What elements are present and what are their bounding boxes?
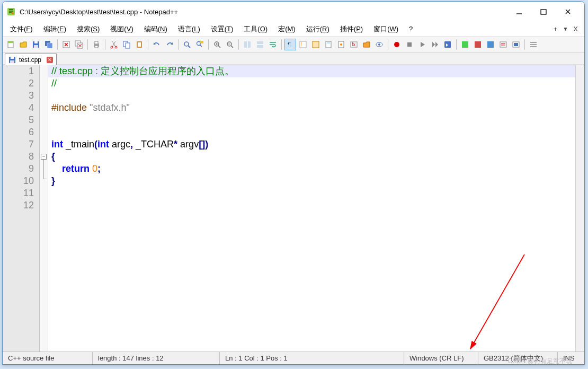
minimize-icon — [516, 8, 522, 15]
doc-list-button[interactable] — [335, 39, 347, 50]
tb-extra-2[interactable] — [472, 39, 484, 50]
code-token: "stdafx.h" — [90, 102, 130, 113]
copy-button[interactable] — [121, 39, 132, 50]
menu-window[interactable]: 窗口(W) — [369, 23, 403, 35]
tab-label: test.cpp — [19, 56, 41, 64]
sync-h-button[interactable] — [254, 39, 266, 50]
svg-rect-34 — [257, 45, 263, 48]
close-button[interactable] — [556, 4, 580, 20]
wrap-button[interactable] — [267, 39, 279, 50]
svg-rect-0 — [7, 8, 15, 15]
cut-button[interactable] — [108, 39, 120, 50]
svg-rect-16 — [95, 46, 98, 48]
print-button[interactable] — [91, 39, 102, 50]
status-position: Ln : 1 Col : 1 Pos : 1 — [220, 352, 404, 364]
status-language[interactable]: C++ source file — [3, 352, 93, 364]
line-number: 10 — [3, 175, 34, 187]
menu-file[interactable]: 文件(F) — [6, 23, 37, 35]
menu-encoding[interactable]: 编码(N) — [140, 23, 172, 35]
doc-map-button[interactable] — [323, 39, 334, 50]
menu-settings[interactable]: 设置(T) — [207, 23, 238, 35]
menu-search[interactable]: 搜索(S) — [73, 23, 104, 35]
svg-rect-56 — [11, 57, 14, 59]
menu-view[interactable]: 视图(V) — [106, 23, 137, 35]
menu-help[interactable]: ? — [405, 24, 417, 34]
svg-rect-26 — [200, 41, 203, 43]
monitor-button[interactable] — [373, 39, 385, 50]
line-number: 12 — [3, 199, 34, 212]
fold-toggle-icon[interactable]: − — [41, 154, 47, 160]
show-all-chars-button[interactable]: ¶ — [284, 39, 296, 50]
tb-extra-3[interactable] — [485, 39, 496, 50]
save-state-icon — [8, 56, 16, 64]
fold-column[interactable]: − — [40, 65, 48, 352]
svg-point-47 — [394, 42, 399, 47]
tb-extra-4[interactable] — [497, 39, 509, 50]
svg-rect-7 — [34, 41, 38, 43]
maximize-button[interactable] — [531, 4, 556, 20]
vertical-scrollbar[interactable] — [575, 65, 584, 352]
folder-workspace-button[interactable] — [361, 39, 372, 50]
svg-rect-36 — [300, 41, 306, 48]
redo-button[interactable] — [164, 39, 175, 50]
code-token: int — [51, 139, 63, 150]
menu-plugins[interactable]: 插件(P) — [336, 23, 367, 35]
tab-close-icon[interactable]: ✕ — [47, 57, 53, 63]
sync-v-button[interactable] — [242, 39, 253, 50]
close-file-button[interactable] — [60, 39, 72, 50]
line-number: 11 — [3, 187, 34, 199]
code-token: // — [51, 78, 57, 89]
zoom-out-button[interactable] — [224, 39, 236, 50]
zoom-in-button[interactable] — [211, 39, 223, 50]
menu-run[interactable]: 运行(R) — [302, 23, 334, 35]
tb-extra-6[interactable] — [528, 39, 539, 50]
line-number-gutter: 123456789101112 — [3, 65, 40, 352]
paste-button[interactable] — [133, 39, 145, 50]
record-macro-button[interactable] — [391, 39, 403, 50]
code-token: argc — [109, 139, 130, 150]
tb-extra-1[interactable] — [459, 39, 471, 50]
status-eol[interactable]: Windows (CR LF) — [404, 352, 478, 364]
svg-rect-3 — [541, 10, 546, 14]
indent-guide-button[interactable] — [297, 39, 309, 50]
document-tab[interactable]: test.cpp ✕ — [5, 54, 57, 65]
user-lang-button[interactable] — [310, 39, 322, 50]
menu-edit[interactable]: 编辑(E) — [39, 23, 70, 35]
window-title: C:\Users\ycy\Desktop\test\test\test.cpp … — [20, 8, 507, 16]
close-all-button[interactable] — [73, 39, 85, 50]
save-button[interactable] — [30, 39, 42, 50]
svg-rect-32 — [248, 41, 251, 48]
document-tab-bar: test.cpp ✕ — [3, 52, 584, 65]
code-token: int — [97, 139, 109, 150]
minimize-button[interactable] — [507, 4, 531, 20]
svg-rect-33 — [257, 41, 263, 44]
menu-macro[interactable]: 宏(M) — [274, 23, 300, 35]
tab-dropdown-button[interactable]: ▼ — [563, 26, 568, 32]
code-token: []) — [199, 139, 208, 150]
save-macro-button[interactable] — [442, 39, 453, 50]
function-list-button[interactable]: fx — [348, 39, 360, 50]
code-area[interactable]: // test.cpp : 定义控制台应用程序的入口点。 // #include… — [48, 65, 575, 352]
replace-button[interactable] — [194, 39, 206, 50]
find-button[interactable] — [181, 39, 193, 50]
menu-language[interactable]: 语言(L) — [174, 23, 204, 35]
tb-extra-5[interactable] — [510, 39, 522, 50]
play-multi-button[interactable] — [429, 39, 441, 50]
play-macro-button[interactable] — [416, 39, 428, 50]
svg-rect-52 — [487, 41, 494, 48]
open-file-button[interactable] — [17, 39, 29, 50]
tab-add-button[interactable]: + — [554, 25, 558, 33]
tab-close-button[interactable]: X — [573, 25, 578, 33]
line-number: 6 — [3, 126, 34, 138]
menu-tools[interactable]: 工具(O) — [239, 23, 272, 35]
svg-line-24 — [188, 46, 190, 48]
save-all-button[interactable] — [43, 39, 55, 50]
undo-button[interactable] — [151, 39, 163, 50]
new-file-button[interactable] — [5, 39, 16, 50]
maximize-icon — [540, 8, 547, 15]
code-token: _tmain — [63, 139, 94, 150]
stop-macro-button[interactable] — [404, 39, 415, 50]
code-token: argv — [177, 139, 199, 150]
svg-rect-53 — [500, 42, 506, 47]
svg-rect-10 — [47, 43, 52, 48]
